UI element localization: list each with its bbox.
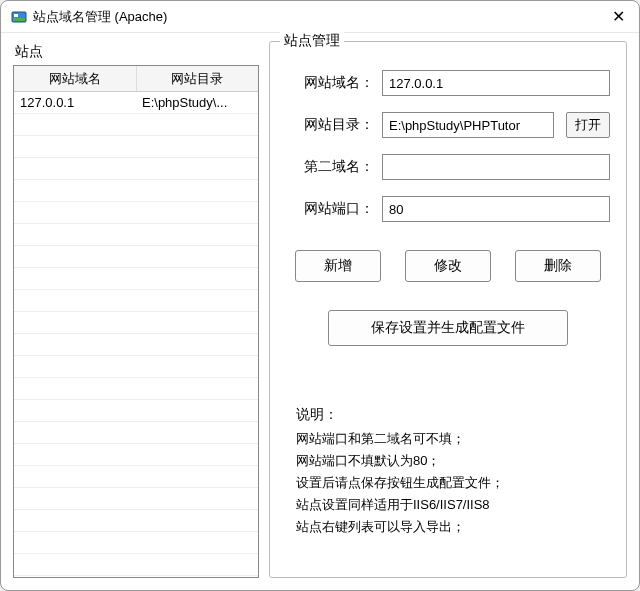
titlebar: 站点域名管理 (Apache) ✕ <box>1 1 639 33</box>
table-row-empty[interactable] <box>14 532 258 554</box>
table-row[interactable]: 127.0.0.1E:\phpStudy\... <box>14 92 258 114</box>
table-row-empty[interactable] <box>14 312 258 334</box>
grid-col-domain[interactable]: 网站域名 <box>14 66 137 91</box>
table-row-empty[interactable] <box>14 246 258 268</box>
window-title: 站点域名管理 (Apache) <box>33 8 167 26</box>
window: 站点域名管理 (Apache) ✕ 站点 网站域名 网站目录 127.0.0.1… <box>0 0 640 591</box>
grid-col-dir[interactable]: 网站目录 <box>137 66 259 91</box>
row-domain: 网站域名： <box>286 70 610 96</box>
table-row-empty[interactable] <box>14 488 258 510</box>
modify-button[interactable]: 修改 <box>405 250 491 282</box>
description-block: 说明： 网站端口和第二域名可不填；网站端口不填默认为80；设置后请点保存按钮生成… <box>286 406 610 538</box>
row-dir: 网站目录： 打开 <box>286 112 610 138</box>
delete-button[interactable]: 删除 <box>515 250 601 282</box>
table-row-empty[interactable] <box>14 400 258 422</box>
description-lines: 网站端口和第二域名可不填；网站端口不填默认为80；设置后请点保存按钮生成配置文件… <box>296 428 610 538</box>
table-row-empty[interactable] <box>14 510 258 532</box>
description-line: 站点右键列表可以导入导出； <box>296 516 610 538</box>
description-line: 设置后请点保存按钮生成配置文件； <box>296 472 610 494</box>
table-row-empty[interactable] <box>14 202 258 224</box>
table-row-empty[interactable] <box>14 378 258 400</box>
description-line: 站点设置同样适用于IIS6/IIS7/IIS8 <box>296 494 610 516</box>
save-row: 保存设置并生成配置文件 <box>286 310 610 346</box>
table-row-empty[interactable] <box>14 268 258 290</box>
second-domain-label: 第二域名： <box>286 158 374 176</box>
left-panel: 站点 网站域名 网站目录 127.0.0.1E:\phpStudy\... <box>13 41 259 578</box>
table-row-empty[interactable] <box>14 290 258 312</box>
table-row-empty[interactable] <box>14 224 258 246</box>
dir-input[interactable] <box>382 112 554 138</box>
row-second-domain: 第二域名： <box>286 154 610 180</box>
svg-rect-2 <box>14 14 18 17</box>
dir-label: 网站目录： <box>286 116 374 134</box>
port-input[interactable] <box>382 196 610 222</box>
cell-dir: E:\phpStudy\... <box>136 92 258 113</box>
app-icon <box>11 9 27 25</box>
port-label: 网站端口： <box>286 200 374 218</box>
site-grid[interactable]: 网站域名 网站目录 127.0.0.1E:\phpStudy\... <box>13 65 259 578</box>
table-row-empty[interactable] <box>14 180 258 202</box>
left-panel-label: 站点 <box>15 43 259 61</box>
add-button[interactable]: 新增 <box>295 250 381 282</box>
domain-input[interactable] <box>382 70 610 96</box>
table-row-empty[interactable] <box>14 114 258 136</box>
open-button[interactable]: 打开 <box>566 112 610 138</box>
description-line: 网站端口和第二域名可不填； <box>296 428 610 450</box>
domain-label: 网站域名： <box>286 74 374 92</box>
description-title: 说明： <box>296 406 610 424</box>
action-row: 新增 修改 删除 <box>286 250 610 282</box>
row-port: 网站端口： <box>286 196 610 222</box>
description-line: 网站端口不填默认为80； <box>296 450 610 472</box>
right-panel: 站点管理 网站域名： 网站目录： 打开 第二域名： 网站端口： 新增 修改 <box>269 41 627 578</box>
table-row-empty[interactable] <box>14 422 258 444</box>
svg-rect-1 <box>13 18 25 21</box>
table-row-empty[interactable] <box>14 136 258 158</box>
table-row-empty[interactable] <box>14 158 258 180</box>
second-domain-input[interactable] <box>382 154 610 180</box>
close-icon[interactable]: ✕ <box>612 9 625 25</box>
right-panel-legend: 站点管理 <box>280 32 344 50</box>
grid-header: 网站域名 网站目录 <box>14 66 258 92</box>
table-row-empty[interactable] <box>14 444 258 466</box>
table-row-empty[interactable] <box>14 356 258 378</box>
table-row-empty[interactable] <box>14 334 258 356</box>
grid-body: 127.0.0.1E:\phpStudy\... <box>14 92 258 577</box>
cell-domain: 127.0.0.1 <box>14 92 136 113</box>
table-row-empty[interactable] <box>14 554 258 576</box>
table-row-empty[interactable] <box>14 466 258 488</box>
save-button[interactable]: 保存设置并生成配置文件 <box>328 310 568 346</box>
content-area: 站点 网站域名 网站目录 127.0.0.1E:\phpStudy\... 站点… <box>1 33 639 590</box>
